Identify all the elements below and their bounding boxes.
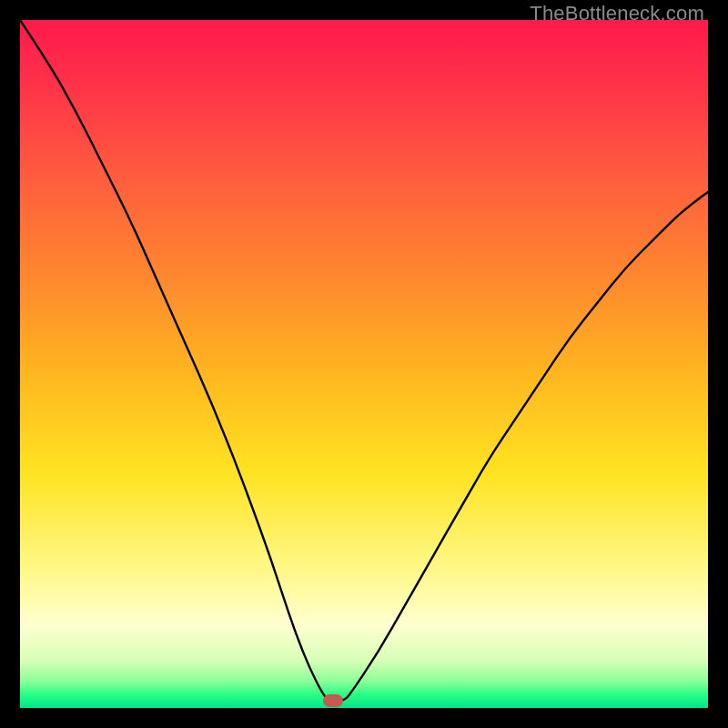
chart-frame: TheBottleneck.com: [0, 0, 728, 728]
plot-area: [20, 20, 708, 708]
optimal-point-indicator: [323, 694, 343, 707]
watermark-text: TheBottleneck.com: [530, 2, 704, 25]
bottleneck-curve: [20, 20, 708, 708]
